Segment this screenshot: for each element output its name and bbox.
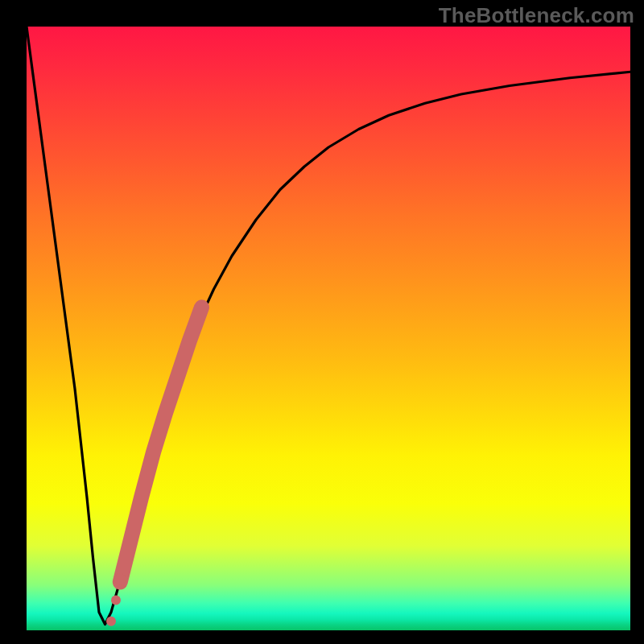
watermark-text: TheBottleneck.com	[439, 3, 634, 28]
bottleneck-curve	[27, 27, 630, 625]
plot-area	[27, 27, 630, 630]
chart-svg	[27, 27, 630, 630]
outer-frame: TheBottleneck.com	[0, 0, 644, 644]
highlight-point	[114, 573, 126, 584]
highlighted-points	[106, 573, 126, 626]
highlighted-segment	[120, 308, 201, 582]
highlight-point	[111, 596, 121, 605]
highlight-point	[106, 617, 116, 626]
